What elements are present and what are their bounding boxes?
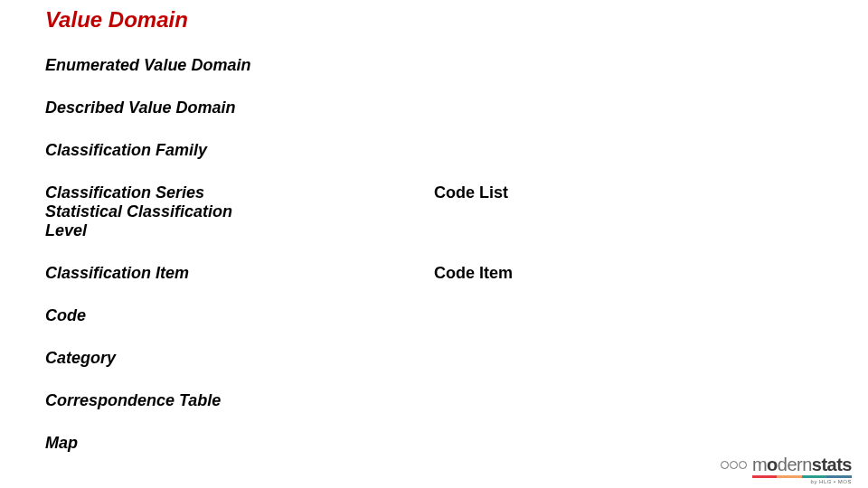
two-col-row: Classification Item Code Item bbox=[45, 264, 823, 283]
list-item: Code bbox=[45, 306, 823, 325]
list-item: Map bbox=[45, 434, 823, 453]
logo-part: dern bbox=[778, 455, 812, 475]
list-item: Classification Item bbox=[45, 264, 434, 283]
list-item: Described Value Domain bbox=[45, 99, 823, 117]
col-right-label: Code List bbox=[434, 183, 508, 202]
underline-seg bbox=[826, 475, 852, 478]
slide-content: Value Domain Enumerated Value Domain Des… bbox=[0, 0, 868, 453]
list-item: Classification Series bbox=[45, 183, 434, 202]
modernstats-logo: m o dern stats bbox=[721, 455, 852, 475]
circle-icon bbox=[730, 461, 738, 469]
list-item: Level bbox=[45, 221, 434, 240]
underline-seg bbox=[752, 475, 778, 478]
logo-part: stats bbox=[812, 455, 852, 475]
underline-seg bbox=[777, 475, 802, 478]
col-right-label: Code Item bbox=[434, 264, 513, 283]
circle-icon bbox=[739, 461, 747, 469]
logo-part: o bbox=[767, 455, 778, 475]
list-item: Classification Family bbox=[45, 141, 823, 160]
col-left: Classification Item bbox=[45, 264, 434, 283]
logo-underline bbox=[752, 475, 852, 478]
col-left: Classification Series Statistical Classi… bbox=[45, 183, 434, 240]
list-item: Enumerated Value Domain bbox=[45, 56, 823, 75]
underline-seg bbox=[802, 475, 827, 478]
logo-circles-icon bbox=[721, 461, 747, 469]
circle-icon bbox=[721, 461, 729, 469]
list-item: Correspondence Table bbox=[45, 391, 823, 410]
page-title: Value Domain bbox=[45, 7, 823, 33]
list-item: Category bbox=[45, 349, 823, 368]
logo-subtitle: by HLG • MOS bbox=[811, 479, 852, 484]
list-item: Statistical Classification bbox=[45, 202, 434, 221]
logo-text: m o dern stats bbox=[752, 455, 852, 475]
two-col-row: Classification Series Statistical Classi… bbox=[45, 183, 823, 240]
logo-part: m bbox=[752, 455, 767, 475]
